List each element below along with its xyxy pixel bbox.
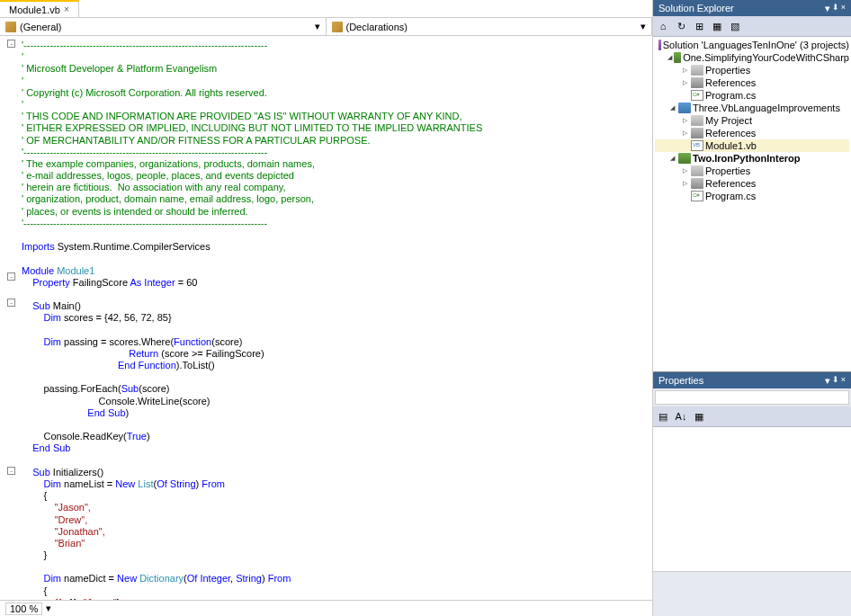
home-button[interactable]: ⌂ bbox=[655, 18, 671, 34]
tree-label: Solution 'LanguagesTenInOne' (3 projects… bbox=[663, 40, 849, 50]
token bbox=[22, 407, 87, 418]
showall-button[interactable]: ⊞ bbox=[691, 18, 707, 34]
token: Initializers() bbox=[50, 467, 103, 478]
scope-dropdown-left[interactable]: (General) ▾ bbox=[0, 18, 327, 35]
properties-header: Properties ▾ ⬇ × bbox=[653, 372, 851, 388]
tree-label: Three.VbLanguageImprovements bbox=[693, 103, 840, 113]
scope-dropdown-right[interactable]: (Declarations) ▾ bbox=[327, 18, 653, 35]
fold-toggle[interactable]: - bbox=[7, 272, 15, 281]
token: "Jason" bbox=[83, 597, 116, 600]
tree-node[interactable]: Program.cs bbox=[655, 89, 849, 102]
token: (score >= FailingScore) bbox=[158, 348, 264, 359]
tree-arrow-icon bbox=[680, 141, 689, 150]
tree-node[interactable]: Program.cs bbox=[655, 190, 849, 202]
tree-arrow-icon[interactable] bbox=[680, 129, 689, 138]
token: Console.ReadKey( bbox=[22, 431, 127, 442]
close-icon[interactable]: × bbox=[841, 375, 846, 387]
dropdown-right-label: (Declarations) bbox=[346, 22, 408, 32]
tree-node[interactable]: Three.VbLanguageImprovements bbox=[655, 102, 849, 114]
editor-panel: Module1.vb × (General) ▾ (Declarations) … bbox=[0, 0, 653, 616]
tree-node[interactable]: My Project bbox=[655, 114, 849, 127]
categorized-button[interactable]: ▤ bbox=[655, 408, 671, 424]
chevron-down-icon: ▾ bbox=[640, 21, 646, 32]
chevron-down-icon[interactable]: ▾ bbox=[825, 3, 830, 14]
icon-folder-icon bbox=[691, 165, 703, 176]
refresh-button[interactable]: ↻ bbox=[673, 18, 689, 34]
properties-select[interactable] bbox=[655, 390, 849, 405]
token: As bbox=[130, 277, 141, 288]
token: }, bbox=[117, 597, 123, 600]
fold-toggle[interactable]: - bbox=[7, 299, 15, 307]
properties-button[interactable]: ▦ bbox=[709, 18, 725, 34]
chevron-down-icon[interactable]: ▾ bbox=[46, 603, 51, 614]
tree-label: Module1.vb bbox=[705, 140, 757, 151]
pin-icon[interactable]: ⬇ bbox=[832, 3, 839, 14]
token: {1, bbox=[22, 597, 69, 600]
code-editor[interactable]: - - - - '-------------------------------… bbox=[0, 36, 652, 600]
chevron-down-icon[interactable]: ▾ bbox=[825, 375, 830, 387]
token: Module bbox=[22, 265, 54, 276]
preview-button[interactable]: ▧ bbox=[727, 18, 743, 34]
icon-cs-icon bbox=[678, 153, 691, 164]
tree-label: Program.cs bbox=[705, 191, 756, 201]
token: String bbox=[236, 573, 262, 584]
tree-arrow-icon[interactable] bbox=[680, 116, 689, 125]
token: {1, bbox=[69, 597, 84, 600]
zoom-bar: 100 % ▾ bbox=[0, 600, 652, 616]
tab-bar: Module1.vb × bbox=[0, 0, 652, 18]
token: passing.ForEach( bbox=[22, 383, 121, 394]
tree-node[interactable]: Module1.vb bbox=[655, 139, 849, 152]
solution-tree[interactable]: Solution 'LanguagesTenInOne' (3 projects… bbox=[653, 37, 851, 371]
zoom-level[interactable]: 100 % bbox=[5, 603, 42, 615]
panel-title: Solution Explorer bbox=[658, 3, 734, 13]
tree-label: Properties bbox=[705, 65, 750, 76]
properties-description bbox=[653, 571, 851, 616]
solution-explorer-toolbar: ⌂ ↻ ⊞ ▦ ▧ bbox=[653, 16, 851, 37]
token: Module1 bbox=[54, 265, 94, 276]
token: From bbox=[268, 573, 291, 584]
tree-node[interactable]: References bbox=[655, 76, 849, 89]
fold-toggle[interactable]: - bbox=[7, 40, 15, 48]
tree-arrow-icon[interactable] bbox=[680, 179, 689, 188]
tab-module1[interactable]: Module1.vb × bbox=[0, 0, 79, 17]
alphabetical-button[interactable]: A↓ bbox=[673, 408, 689, 424]
side-panel: Solution Explorer ▾ ⬇ × ⌂ ↻ ⊞ ▦ ▧ Soluti… bbox=[653, 0, 851, 616]
tree-arrow-icon[interactable] bbox=[680, 66, 689, 75]
tree-node[interactable]: Solution 'LanguagesTenInOne' (3 projects… bbox=[655, 39, 849, 51]
tree-arrow-icon[interactable] bbox=[667, 103, 676, 112]
close-icon[interactable]: × bbox=[64, 4, 69, 14]
panel-title: Properties bbox=[658, 375, 703, 386]
token: Sub bbox=[53, 442, 71, 453]
tree-arrow-icon[interactable] bbox=[667, 154, 676, 163]
tree-arrow-icon[interactable] bbox=[680, 166, 689, 175]
token: Dim bbox=[43, 573, 61, 584]
pin-icon[interactable]: ⬇ bbox=[832, 375, 839, 387]
token: New bbox=[115, 478, 135, 489]
token: End bbox=[87, 407, 105, 418]
token: From bbox=[202, 478, 225, 489]
properties-panel: Properties ▾ ⬇ × ▤ A↓ ▦ bbox=[653, 371, 851, 616]
close-icon[interactable]: × bbox=[841, 3, 846, 14]
tree-node[interactable]: References bbox=[655, 177, 849, 190]
pages-button[interactable]: ▦ bbox=[691, 408, 707, 424]
header-icons: ▾ ⬇ × bbox=[825, 375, 846, 387]
properties-grid[interactable] bbox=[653, 427, 851, 571]
tree-arrow-icon[interactable] bbox=[680, 78, 689, 87]
token: Sub bbox=[32, 300, 50, 311]
tree-node[interactable]: One.SimplifyingYourCodeWithCSharp bbox=[655, 51, 849, 64]
token: } bbox=[22, 549, 652, 561]
token: Dictionary bbox=[139, 573, 184, 584]
icon-file-cs-icon bbox=[691, 90, 703, 101]
tree-node[interactable]: Properties bbox=[655, 64, 849, 76]
token: Sub bbox=[32, 467, 50, 478]
tree-arrow-icon[interactable] bbox=[667, 53, 672, 62]
token: True bbox=[127, 431, 147, 442]
fold-toggle[interactable]: - bbox=[7, 467, 15, 475]
tree-node[interactable]: Properties bbox=[655, 165, 849, 177]
tree-node[interactable]: References bbox=[655, 127, 849, 139]
token: New bbox=[117, 573, 137, 584]
icon-folder-icon bbox=[691, 115, 703, 126]
tree-arrow-icon bbox=[680, 192, 689, 201]
icon-cs-icon bbox=[674, 52, 681, 63]
tree-node[interactable]: Two.IronPythonInterop bbox=[655, 152, 849, 165]
